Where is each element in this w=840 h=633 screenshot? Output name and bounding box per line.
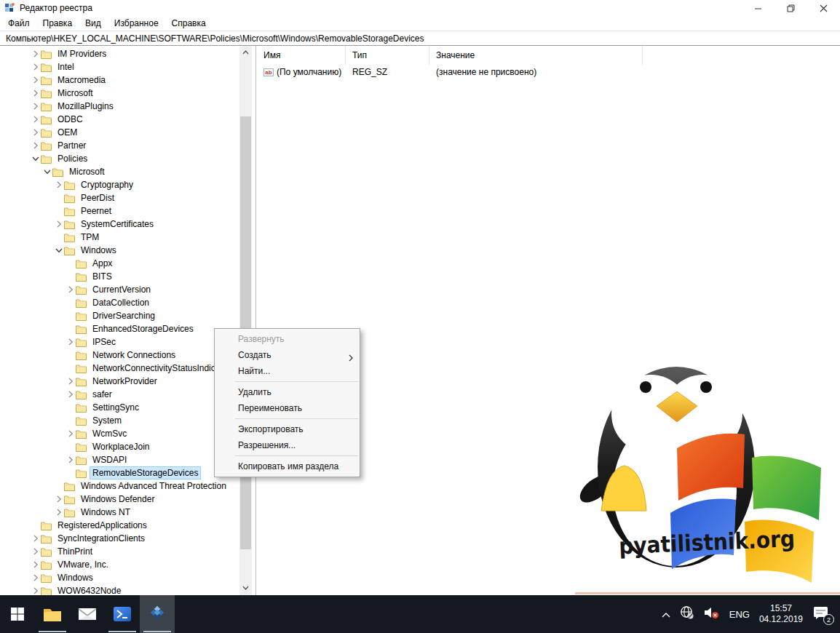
network-status-button[interactable] — [680, 605, 694, 623]
menu-help[interactable]: Справка — [165, 16, 213, 31]
tree-item-windows[interactable]: Windows — [0, 571, 238, 584]
tree-item-tpm[interactable]: TPM — [0, 231, 238, 244]
tree-scrollbar[interactable] — [239, 46, 252, 595]
tree-item-windows[interactable]: Windows — [0, 244, 238, 257]
chevron-right-icon[interactable] — [66, 429, 76, 438]
tree-item-appx[interactable]: Appx — [0, 257, 238, 270]
address-bar[interactable]: Компьютер\HKEY_LOCAL_MACHINE\SOFTWARE\Po… — [0, 31, 840, 46]
tree-item-im-providers[interactable]: IM Providers — [0, 47, 238, 60]
tree-item-vmware-inc[interactable]: VMware, Inc. — [0, 558, 238, 571]
tree-item-macromedia[interactable]: Macromedia — [0, 73, 238, 87]
ctx-copy-key-name[interactable]: Копировать имя раздела — [215, 458, 360, 474]
column-header-type[interactable]: Тип — [346, 46, 429, 65]
menu-favorites[interactable]: Избранное — [108, 16, 165, 31]
chevron-right-icon[interactable] — [31, 141, 41, 150]
chevron-right-icon[interactable] — [66, 390, 76, 399]
volume-button[interactable] — [704, 605, 720, 623]
tree-item-enhancedstoragedevices[interactable]: EnhancedStorageDevices — [0, 322, 238, 335]
chevron-right-icon[interactable] — [31, 586, 41, 595]
tree-item-networkprovider[interactable]: NetworkProvider — [0, 375, 238, 388]
minimize-button[interactable] — [742, 0, 774, 16]
tree-item-odbc[interactable]: ODBC — [0, 113, 238, 126]
taskbar-regedit[interactable] — [140, 595, 175, 633]
tree-item-system[interactable]: System — [0, 414, 238, 427]
chevron-right-icon[interactable] — [54, 495, 64, 503]
menu-file[interactable]: Файл — [1, 16, 36, 31]
tree-item-syncintegrationclients[interactable]: SyncIntegrationClients — [0, 532, 238, 545]
chevron-down-icon[interactable] — [31, 154, 41, 163]
tree-item-oem[interactable]: OEM — [0, 126, 238, 139]
tree-item-cryptography[interactable]: Cryptography — [0, 178, 238, 191]
start-button[interactable] — [0, 595, 35, 633]
language-indicator[interactable]: ENG — [729, 609, 750, 620]
scroll-up-arrow-icon[interactable] — [239, 46, 252, 58]
ctx-find[interactable]: Найти... — [215, 363, 360, 379]
chevron-right-icon[interactable] — [31, 115, 41, 124]
chevron-right-icon[interactable] — [66, 377, 76, 386]
chevron-right-icon[interactable] — [31, 49, 41, 58]
tree-item-microsoft[interactable]: Microsoft — [0, 165, 238, 178]
chevron-right-icon[interactable] — [31, 89, 41, 97]
tree-item-removablestoragedevices[interactable]: RemovableStorageDevices — [0, 466, 238, 479]
chevron-right-icon[interactable] — [31, 128, 41, 137]
tree-item-windows-advanced-threat-protection[interactable]: Windows Advanced Threat Protection — [0, 479, 238, 493]
tree-item-mozillaplugins[interactable]: MozillaPlugins — [0, 100, 238, 113]
taskbar-file-explorer[interactable] — [35, 595, 70, 633]
chevron-right-icon[interactable] — [31, 102, 41, 111]
chevron-down-icon[interactable] — [54, 246, 64, 255]
tree-item-peernet[interactable]: Peernet — [0, 204, 238, 218]
column-header-name[interactable]: Имя — [257, 46, 346, 65]
tree-item-datacollection[interactable]: DataCollection — [0, 296, 238, 309]
action-center-button[interactable]: 2 — [812, 605, 831, 623]
chevron-right-icon[interactable] — [54, 180, 64, 189]
tree-item-wsdapi[interactable]: WSDAPI — [0, 453, 238, 466]
tree-item-peerdist[interactable]: PeerDist — [0, 191, 238, 204]
tree-item-thinprint[interactable]: ThinPrint — [0, 545, 238, 558]
tree-item-windows-nt[interactable]: Windows NT — [0, 506, 238, 519]
chevron-right-icon[interactable] — [31, 534, 41, 543]
chevron-right-icon[interactable] — [54, 220, 64, 228]
chevron-right-icon[interactable] — [31, 63, 41, 71]
ctx-rename[interactable]: Переименовать — [215, 400, 360, 416]
tree-item-networkconnectivitystatusindicator[interactable]: NetworkConnectivityStatusIndicator — [0, 362, 238, 375]
taskbar-mail[interactable] — [70, 595, 105, 633]
ctx-create[interactable]: Создать — [215, 347, 360, 363]
taskbar-powershell[interactable] — [105, 595, 140, 633]
clock[interactable]: 15:57 04.12.2019 — [759, 603, 803, 625]
restore-button[interactable] — [774, 0, 807, 16]
ctx-delete[interactable]: Удалить — [215, 384, 360, 400]
hidden-icons-button[interactable] — [662, 608, 670, 621]
tree-item-ipsec[interactable]: IPSec — [0, 335, 238, 349]
tree-item-settingsync[interactable]: SettingSync — [0, 401, 238, 414]
chevron-right-icon[interactable] — [66, 338, 76, 346]
chevron-right-icon[interactable] — [31, 560, 41, 569]
chevron-right-icon[interactable] — [66, 285, 76, 294]
value-row[interactable]: ab(По умолчанию)REG_SZ(значение не присв… — [257, 65, 840, 79]
tree-item-partner[interactable]: Partner — [0, 139, 238, 152]
tree-item-currentversion[interactable]: CurrentVersion — [0, 283, 238, 296]
close-button[interactable] — [807, 0, 840, 16]
tree-item-intel[interactable]: Intel — [0, 60, 238, 73]
menu-view[interactable]: Вид — [79, 16, 108, 31]
tree-item-wow6432node[interactable]: WOW6432Node — [0, 584, 238, 595]
tree-item-safer[interactable]: safer — [0, 388, 238, 401]
tree-item-systemcertificates[interactable]: SystemCertificates — [0, 218, 238, 231]
tree-item-driversearching[interactable]: DriverSearching — [0, 309, 238, 322]
tree-item-registeredapplications[interactable]: RegisteredApplications — [0, 519, 238, 532]
chevron-right-icon[interactable] — [31, 76, 41, 84]
tree-item-windows-defender[interactable]: Windows Defender — [0, 493, 238, 506]
chevron-right-icon[interactable] — [54, 508, 64, 517]
chevron-right-icon[interactable] — [66, 455, 76, 464]
chevron-down-icon[interactable] — [42, 167, 52, 176]
ctx-permissions[interactable]: Разрешения... — [215, 437, 360, 453]
tree-item-wcmsvc[interactable]: WcmSvc — [0, 427, 238, 440]
tree-item-microsoft[interactable]: Microsoft — [0, 87, 238, 100]
tree-item-policies[interactable]: Policies — [0, 152, 238, 165]
scroll-down-arrow-icon[interactable] — [239, 581, 252, 594]
tree-item-workplacejoin[interactable]: WorkplaceJoin — [0, 440, 238, 453]
tree-item-bits[interactable]: BITS — [0, 270, 238, 283]
column-header-value[interactable]: Значение — [429, 46, 643, 65]
chevron-right-icon[interactable] — [31, 573, 41, 582]
ctx-export[interactable]: Экспортировать — [215, 421, 360, 437]
menu-edit[interactable]: Правка — [36, 16, 79, 31]
